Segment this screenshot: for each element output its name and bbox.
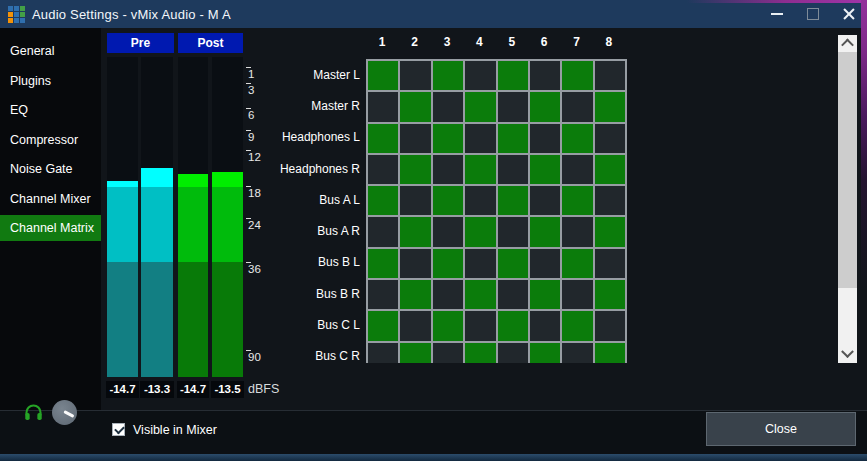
sidebar-item-plugins[interactable]: Plugins xyxy=(0,68,101,94)
matrix-cell-headphones-l-6[interactable] xyxy=(530,124,560,153)
matrix-cell-master-l-1[interactable] xyxy=(368,61,398,90)
matrix-cell-bus-c-l-7[interactable] xyxy=(562,311,592,340)
matrix-cell-bus-a-r-5[interactable] xyxy=(498,217,528,246)
scrollbar-down-button[interactable] xyxy=(838,346,857,363)
matrix-cell-headphones-r-3[interactable] xyxy=(433,155,463,184)
sidebar-item-channel-mixer[interactable]: Channel Mixer xyxy=(0,186,101,212)
matrix-cell-bus-c-l-1[interactable] xyxy=(368,311,398,340)
matrix-cell-bus-a-l-5[interactable] xyxy=(498,186,528,215)
meter-bar-pre-left xyxy=(107,57,138,377)
matrix-cell-bus-c-r-3[interactable] xyxy=(433,343,463,363)
matrix-cell-headphones-r-7[interactable] xyxy=(562,155,592,184)
matrix-cell-bus-b-r-5[interactable] xyxy=(498,280,528,309)
sidebar-item-general[interactable]: General xyxy=(0,38,101,64)
matrix-cell-bus-b-l-2[interactable] xyxy=(400,249,430,278)
matrix-cell-bus-c-r-4[interactable] xyxy=(465,343,495,363)
matrix-cell-headphones-l-8[interactable] xyxy=(595,124,625,153)
matrix-cell-bus-b-r-4[interactable] xyxy=(465,280,495,309)
matrix-cell-master-l-7[interactable] xyxy=(562,61,592,90)
matrix-cell-bus-a-r-1[interactable] xyxy=(368,217,398,246)
matrix-cell-bus-b-r-8[interactable] xyxy=(595,280,625,309)
matrix-cell-bus-b-l-6[interactable] xyxy=(530,249,560,278)
matrix-cell-bus-c-l-4[interactable] xyxy=(465,311,495,340)
matrix-cell-headphones-l-5[interactable] xyxy=(498,124,528,153)
matrix-cell-bus-c-l-3[interactable] xyxy=(433,311,463,340)
meter-bar-post-left xyxy=(178,57,208,377)
sidebar-item-noise-gate[interactable]: Noise Gate xyxy=(0,156,101,182)
matrix-scrollbar[interactable] xyxy=(838,35,857,363)
matrix-cell-bus-b-r-3[interactable] xyxy=(433,280,463,309)
matrix-cell-headphones-l-7[interactable] xyxy=(562,124,592,153)
matrix-cell-bus-a-r-2[interactable] xyxy=(400,217,430,246)
matrix-cell-headphones-r-6[interactable] xyxy=(530,155,560,184)
matrix-cell-bus-b-r-6[interactable] xyxy=(530,280,560,309)
matrix-cell-bus-a-r-3[interactable] xyxy=(433,217,463,246)
matrix-cell-bus-a-r-4[interactable] xyxy=(465,217,495,246)
scrollbar-thumb[interactable] xyxy=(838,52,857,288)
matrix-cell-master-r-8[interactable] xyxy=(595,92,625,121)
matrix-cell-bus-b-r-1[interactable] xyxy=(368,280,398,309)
matrix-cell-bus-c-r-8[interactable] xyxy=(595,343,625,363)
matrix-cell-bus-c-r-1[interactable] xyxy=(368,343,398,363)
matrix-cell-bus-c-r-5[interactable] xyxy=(498,343,528,363)
matrix-cell-bus-c-r-7[interactable] xyxy=(562,343,592,363)
matrix-cell-bus-b-l-7[interactable] xyxy=(562,249,592,278)
matrix-cell-headphones-r-1[interactable] xyxy=(368,155,398,184)
matrix-cell-bus-c-l-5[interactable] xyxy=(498,311,528,340)
matrix-cell-master-l-8[interactable] xyxy=(595,61,625,90)
matrix-cell-bus-b-l-4[interactable] xyxy=(465,249,495,278)
matrix-cell-master-r-5[interactable] xyxy=(498,92,528,121)
minimize-button[interactable] xyxy=(759,0,795,28)
matrix-cell-master-r-7[interactable] xyxy=(562,92,592,121)
matrix-cell-bus-a-r-7[interactable] xyxy=(562,217,592,246)
matrix-cell-bus-b-r-7[interactable] xyxy=(562,280,592,309)
matrix-cell-headphones-r-2[interactable] xyxy=(400,155,430,184)
matrix-cell-master-l-4[interactable] xyxy=(465,61,495,90)
matrix-cell-bus-c-l-2[interactable] xyxy=(400,311,430,340)
scrollbar-up-button[interactable] xyxy=(838,35,857,52)
matrix-cell-bus-a-l-4[interactable] xyxy=(465,186,495,215)
matrix-cell-bus-a-l-6[interactable] xyxy=(530,186,560,215)
matrix-cell-bus-c-r-6[interactable] xyxy=(530,343,560,363)
matrix-cell-bus-a-l-3[interactable] xyxy=(433,186,463,215)
matrix-cell-headphones-l-4[interactable] xyxy=(465,124,495,153)
matrix-cell-headphones-l-1[interactable] xyxy=(368,124,398,153)
sidebar-item-channel-matrix[interactable]: Channel Matrix xyxy=(0,215,101,241)
sidebar-item-eq[interactable]: EQ xyxy=(0,97,101,123)
matrix-cell-bus-a-l-7[interactable] xyxy=(562,186,592,215)
matrix-cell-headphones-r-8[interactable] xyxy=(595,155,625,184)
matrix-cell-bus-a-l-2[interactable] xyxy=(400,186,430,215)
matrix-cell-master-l-2[interactable] xyxy=(400,61,430,90)
matrix-cell-master-r-2[interactable] xyxy=(400,92,430,121)
matrix-cell-headphones-r-5[interactable] xyxy=(498,155,528,184)
matrix-cell-headphones-l-3[interactable] xyxy=(433,124,463,153)
sidebar-item-compressor[interactable]: Compressor xyxy=(0,127,101,153)
matrix-cell-headphones-r-4[interactable] xyxy=(465,155,495,184)
matrix-cell-master-r-3[interactable] xyxy=(433,92,463,121)
matrix-cell-bus-c-l-8[interactable] xyxy=(595,311,625,340)
matrix-cell-bus-b-r-2[interactable] xyxy=(400,280,430,309)
matrix-cell-bus-c-l-6[interactable] xyxy=(530,311,560,340)
matrix-cell-master-r-4[interactable] xyxy=(465,92,495,121)
matrix-cell-bus-b-l-3[interactable] xyxy=(433,249,463,278)
close-button[interactable]: Close xyxy=(706,412,856,446)
matrix-cell-bus-a-r-6[interactable] xyxy=(530,217,560,246)
matrix-cell-master-r-1[interactable] xyxy=(368,92,398,121)
matrix-cell-bus-c-r-2[interactable] xyxy=(400,343,430,363)
matrix-cell-bus-a-l-1[interactable] xyxy=(368,186,398,215)
matrix-cell-headphones-l-2[interactable] xyxy=(400,124,430,153)
maximize-button[interactable] xyxy=(795,0,831,28)
matrix-cell-master-l-6[interactable] xyxy=(530,61,560,90)
matrix-cell-bus-a-r-8[interactable] xyxy=(595,217,625,246)
matrix-cell-bus-a-l-8[interactable] xyxy=(595,186,625,215)
visible-in-mixer-checkbox[interactable] xyxy=(112,423,125,436)
matrix-cell-bus-b-l-8[interactable] xyxy=(595,249,625,278)
matrix-cell-master-l-3[interactable] xyxy=(433,61,463,90)
matrix-cell-master-r-6[interactable] xyxy=(530,92,560,121)
matrix-cell-bus-b-l-1[interactable] xyxy=(368,249,398,278)
matrix-cell-bus-b-l-5[interactable] xyxy=(498,249,528,278)
meter-readout-post-right: -13.5 xyxy=(211,381,244,398)
window-title: Audio Settings - vMix Audio - M A xyxy=(32,7,231,22)
headphones-volume-knob[interactable] xyxy=(52,400,77,425)
matrix-cell-master-l-5[interactable] xyxy=(498,61,528,90)
